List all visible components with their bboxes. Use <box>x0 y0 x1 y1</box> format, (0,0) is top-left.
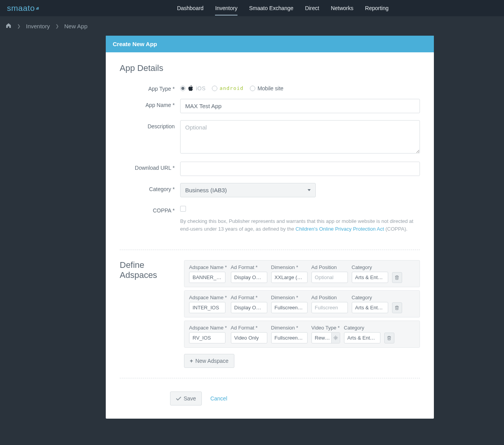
trash-icon <box>395 305 399 310</box>
adspace-name-input[interactable]: BANNER_ios <box>189 272 225 283</box>
svg-line-7 <box>334 339 334 339</box>
divider <box>120 250 420 250</box>
download-url-input[interactable] <box>180 162 420 176</box>
dimension-label: Dimension * <box>271 325 308 331</box>
adspace-col4[interactable]: Optional <box>311 272 348 283</box>
home-icon[interactable] <box>5 22 12 30</box>
android-label: android <box>220 85 244 91</box>
coppa-link[interactable]: Children's Online Privacy Protection Act <box>296 226 384 232</box>
nav-reporting[interactable]: Reporting <box>365 1 389 16</box>
delete-adspace-button[interactable] <box>384 333 394 343</box>
apple-icon <box>188 85 194 91</box>
adspace-name-label: Adspace Name * <box>189 325 227 331</box>
section-define-adspaces: Define Adspaces <box>120 260 177 368</box>
adspace-category-select[interactable]: Arts & Entert... <box>344 332 380 343</box>
coppa-note: By checking this box, Publisher represen… <box>180 217 420 233</box>
category-value: Business (IAB3) <box>185 187 227 193</box>
dimension-select[interactable]: Fullscreen In... <box>271 332 308 343</box>
adspace-category-label: Category <box>344 325 380 331</box>
app-name-input[interactable] <box>180 99 420 113</box>
app-type-radios: iOS android Mobile site <box>180 83 420 91</box>
ios-label: iOS <box>196 85 206 91</box>
nav-smaato-exchange[interactable]: Smaato Exchange <box>249 1 293 16</box>
top-nav: DashboardInventorySmaato ExchangeDirectN… <box>177 1 389 16</box>
label-download-url: Download URL * <box>120 162 180 171</box>
label-app-name: App Name * <box>120 99 180 108</box>
description-input[interactable] <box>180 120 420 154</box>
adspace-name-label: Adspace Name * <box>189 295 227 300</box>
mobile-site-label: Mobile site <box>258 85 284 91</box>
svg-line-6 <box>336 339 337 339</box>
logo-text: smaato <box>7 3 35 13</box>
logo-mark-icon <box>36 6 40 10</box>
adspace-category-label: Category <box>352 264 388 270</box>
label-coppa: COPPA * <box>120 204 180 214</box>
create-app-card: Create New App App Details App Type * iO… <box>106 36 434 419</box>
adspace-name-input[interactable]: INTER_IOS <box>189 302 225 313</box>
coppa-checkbox[interactable] <box>180 206 186 212</box>
adspace-name-input[interactable]: RV_IOS <box>189 332 225 343</box>
delete-adspace-button[interactable] <box>392 272 402 283</box>
chevron-down-icon <box>308 189 311 191</box>
radio-android[interactable] <box>212 86 217 91</box>
radio-ios[interactable] <box>180 86 186 91</box>
adspace-category-select[interactable]: Arts & Entert... <box>352 272 388 283</box>
card-header: Create New App <box>106 36 434 52</box>
adspace-col4[interactable]: Rewarded <box>311 332 340 343</box>
nav-inventory[interactable]: Inventory <box>215 1 237 16</box>
col4-label: Ad Position <box>311 264 348 270</box>
adspace-row: Adspace Name *BANNER_ios Ad Format *Disp… <box>184 260 420 287</box>
label-description: Description <box>120 120 180 129</box>
delete-adspace-button[interactable] <box>392 302 402 313</box>
chevron-right-icon: ❯ <box>17 24 21 29</box>
check-icon <box>176 397 181 400</box>
adspace-row: Adspace Name *INTER_IOS Ad Format *Displ… <box>184 290 420 317</box>
dimension-select[interactable]: Fullscreen In... <box>271 302 308 313</box>
adspace-row: Adspace Name *RV_IOS Ad Format *Video On… <box>184 321 420 348</box>
ad-format-label: Ad Format * <box>231 264 267 270</box>
nav-direct[interactable]: Direct <box>305 1 319 16</box>
plus-icon: + <box>190 358 193 364</box>
save-button[interactable]: Save <box>170 392 202 405</box>
svg-line-5 <box>334 336 334 337</box>
svg-line-8 <box>336 336 337 337</box>
dimension-label: Dimension * <box>271 264 308 270</box>
col4-label: Video Type * <box>311 325 340 331</box>
breadcrumb: ❯ Inventory ❯ New App <box>0 16 504 36</box>
adspace-category-select[interactable]: Arts & Entert... <box>352 302 388 313</box>
label-category: Category * <box>120 183 180 192</box>
chevron-right-icon: ❯ <box>55 24 59 29</box>
adspace-col4[interactable]: Fullscreen <box>311 302 348 313</box>
ad-format-select[interactable]: Display Only ... <box>231 302 267 313</box>
crumb-new-app: New App <box>64 23 88 29</box>
new-adspace-button[interactable]: +New Adspace <box>184 354 234 368</box>
trash-icon <box>387 336 391 340</box>
adspace-name-label: Adspace Name * <box>189 264 227 270</box>
radio-mobile-site[interactable] <box>250 86 255 91</box>
ad-format-label: Ad Format * <box>231 295 267 300</box>
trash-icon <box>395 275 399 280</box>
col4-label: Ad Position <box>311 295 348 300</box>
ad-format-select[interactable]: Video Only <box>231 332 267 343</box>
nav-networks[interactable]: Networks <box>331 1 353 16</box>
ad-format-select[interactable]: Display Only ... <box>231 272 267 283</box>
label-app-type: App Type * <box>120 83 180 92</box>
svg-point-0 <box>335 337 336 339</box>
adspace-category-label: Category <box>352 295 388 300</box>
section-app-details: App Details <box>120 63 420 73</box>
category-select[interactable]: Business (IAB3) <box>180 183 316 197</box>
nav-dashboard[interactable]: Dashboard <box>177 1 204 16</box>
gear-icon[interactable] <box>331 333 340 343</box>
cancel-link[interactable]: Cancel <box>210 395 227 402</box>
crumb-inventory[interactable]: Inventory <box>26 23 50 29</box>
divider <box>120 378 420 378</box>
logo[interactable]: smaato <box>0 3 47 13</box>
dimension-select[interactable]: XXLarge (32... <box>271 272 308 283</box>
dimension-label: Dimension * <box>271 295 308 300</box>
ad-format-label: Ad Format * <box>231 325 267 331</box>
